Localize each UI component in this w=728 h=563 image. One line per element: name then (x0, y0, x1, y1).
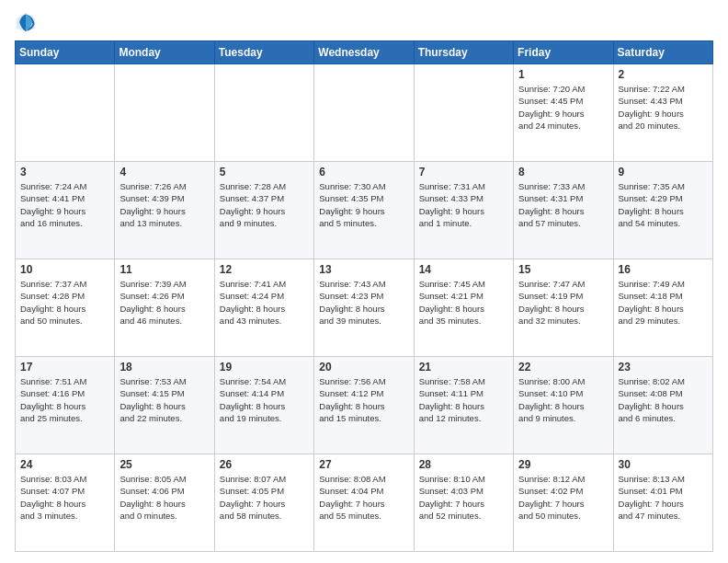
calendar-cell: 16Sunrise: 7:49 AM Sunset: 4:18 PM Dayli… (613, 259, 712, 357)
day-info: Sunrise: 7:58 AM Sunset: 4:11 PM Dayligh… (419, 375, 508, 424)
logo-icon (15, 11, 37, 33)
calendar-header-tuesday: Tuesday (214, 41, 313, 64)
day-info: Sunrise: 7:47 AM Sunset: 4:19 PM Dayligh… (518, 278, 608, 327)
calendar-cell: 9Sunrise: 7:35 AM Sunset: 4:29 PM Daylig… (613, 162, 712, 259)
day-info: Sunrise: 7:41 AM Sunset: 4:24 PM Dayligh… (220, 278, 309, 327)
day-number: 20 (319, 361, 408, 373)
day-info: Sunrise: 7:20 AM Sunset: 4:45 PM Dayligh… (518, 83, 608, 132)
day-info: Sunrise: 8:02 AM Sunset: 4:08 PM Dayligh… (619, 375, 708, 424)
day-number: 10 (20, 263, 109, 276)
calendar-cell: 20Sunrise: 7:56 AM Sunset: 4:12 PM Dayli… (314, 357, 414, 454)
day-info: Sunrise: 7:37 AM Sunset: 4:28 PM Dayligh… (20, 278, 109, 327)
calendar-cell (16, 64, 115, 162)
calendar-cell: 2Sunrise: 7:22 AM Sunset: 4:43 PM Daylig… (613, 64, 712, 162)
day-number: 19 (220, 361, 309, 373)
day-number: 16 (619, 263, 708, 276)
calendar-cell: 14Sunrise: 7:45 AM Sunset: 4:21 PM Dayli… (414, 259, 513, 357)
calendar-cell (314, 64, 414, 162)
day-number: 27 (319, 458, 408, 471)
calendar-week-3: 17Sunrise: 7:51 AM Sunset: 4:16 PM Dayli… (16, 357, 713, 454)
day-info: Sunrise: 7:22 AM Sunset: 4:43 PM Dayligh… (619, 83, 708, 132)
calendar-cell: 21Sunrise: 7:58 AM Sunset: 4:11 PM Dayli… (414, 357, 513, 454)
day-info: Sunrise: 7:28 AM Sunset: 4:37 PM Dayligh… (220, 180, 309, 229)
calendar-week-1: 3Sunrise: 7:24 AM Sunset: 4:41 PM Daylig… (16, 162, 713, 259)
day-number: 30 (619, 458, 708, 471)
calendar-cell: 6Sunrise: 7:30 AM Sunset: 4:35 PM Daylig… (314, 162, 414, 259)
calendar-cell: 4Sunrise: 7:26 AM Sunset: 4:39 PM Daylig… (115, 162, 214, 259)
calendar-cell: 27Sunrise: 8:08 AM Sunset: 4:04 PM Dayli… (314, 454, 414, 552)
calendar-cell: 15Sunrise: 7:47 AM Sunset: 4:19 PM Dayli… (514, 259, 613, 357)
day-info: Sunrise: 8:12 AM Sunset: 4:02 PM Dayligh… (518, 473, 608, 522)
calendar-cell: 12Sunrise: 7:41 AM Sunset: 4:24 PM Dayli… (214, 259, 313, 357)
day-info: Sunrise: 8:10 AM Sunset: 4:03 PM Dayligh… (419, 473, 508, 522)
calendar-cell: 5Sunrise: 7:28 AM Sunset: 4:37 PM Daylig… (214, 162, 313, 259)
day-number: 6 (319, 166, 408, 178)
day-info: Sunrise: 7:54 AM Sunset: 4:14 PM Dayligh… (220, 375, 309, 424)
day-info: Sunrise: 8:03 AM Sunset: 4:07 PM Dayligh… (20, 473, 109, 522)
day-number: 9 (619, 166, 708, 178)
day-number: 4 (119, 166, 209, 178)
day-number: 24 (20, 458, 109, 471)
day-number: 12 (220, 263, 309, 276)
header (15, 11, 713, 33)
day-info: Sunrise: 7:31 AM Sunset: 4:33 PM Dayligh… (419, 180, 508, 229)
day-number: 26 (220, 458, 309, 471)
calendar-header-monday: Monday (115, 41, 214, 64)
day-number: 2 (619, 68, 708, 81)
day-info: Sunrise: 7:51 AM Sunset: 4:16 PM Dayligh… (20, 375, 109, 424)
calendar-cell (214, 64, 313, 162)
day-info: Sunrise: 8:00 AM Sunset: 4:10 PM Dayligh… (518, 375, 608, 424)
day-info: Sunrise: 8:08 AM Sunset: 4:04 PM Dayligh… (319, 473, 408, 522)
calendar-cell: 17Sunrise: 7:51 AM Sunset: 4:16 PM Dayli… (16, 357, 115, 454)
calendar-cell: 13Sunrise: 7:43 AM Sunset: 4:23 PM Dayli… (314, 259, 414, 357)
day-number: 11 (119, 263, 209, 276)
day-info: Sunrise: 7:53 AM Sunset: 4:15 PM Dayligh… (119, 375, 209, 424)
day-info: Sunrise: 7:33 AM Sunset: 4:31 PM Dayligh… (518, 180, 608, 229)
calendar-cell: 22Sunrise: 8:00 AM Sunset: 4:10 PM Dayli… (514, 357, 613, 454)
calendar-cell: 1Sunrise: 7:20 AM Sunset: 4:45 PM Daylig… (514, 64, 613, 162)
day-number: 22 (518, 361, 608, 373)
calendar-cell: 29Sunrise: 8:12 AM Sunset: 4:02 PM Dayli… (514, 454, 613, 552)
day-number: 8 (518, 166, 608, 178)
day-info: Sunrise: 7:45 AM Sunset: 4:21 PM Dayligh… (419, 278, 508, 327)
calendar-cell: 23Sunrise: 8:02 AM Sunset: 4:08 PM Dayli… (613, 357, 712, 454)
day-info: Sunrise: 7:43 AM Sunset: 4:23 PM Dayligh… (319, 278, 408, 327)
day-info: Sunrise: 7:56 AM Sunset: 4:12 PM Dayligh… (319, 375, 408, 424)
calendar-header-thursday: Thursday (414, 41, 513, 64)
calendar-cell: 18Sunrise: 7:53 AM Sunset: 4:15 PM Dayli… (115, 357, 214, 454)
calendar-cell: 11Sunrise: 7:39 AM Sunset: 4:26 PM Dayli… (115, 259, 214, 357)
calendar-cell: 19Sunrise: 7:54 AM Sunset: 4:14 PM Dayli… (214, 357, 313, 454)
calendar-week-4: 24Sunrise: 8:03 AM Sunset: 4:07 PM Dayli… (16, 454, 713, 552)
logo (15, 11, 40, 33)
calendar-header-sunday: Sunday (16, 41, 115, 64)
day-info: Sunrise: 7:26 AM Sunset: 4:39 PM Dayligh… (119, 180, 209, 229)
day-number: 18 (119, 361, 209, 373)
day-number: 3 (20, 166, 109, 178)
day-number: 29 (518, 458, 608, 471)
calendar-cell: 8Sunrise: 7:33 AM Sunset: 4:31 PM Daylig… (514, 162, 613, 259)
day-number: 23 (619, 361, 708, 373)
day-number: 1 (518, 68, 608, 81)
calendar-header-wednesday: Wednesday (314, 41, 414, 64)
calendar-cell (414, 64, 513, 162)
calendar-header-saturday: Saturday (613, 41, 712, 64)
day-info: Sunrise: 8:07 AM Sunset: 4:05 PM Dayligh… (220, 473, 309, 522)
day-info: Sunrise: 7:49 AM Sunset: 4:18 PM Dayligh… (619, 278, 708, 327)
day-info: Sunrise: 7:39 AM Sunset: 4:26 PM Dayligh… (119, 278, 209, 327)
day-info: Sunrise: 8:13 AM Sunset: 4:01 PM Dayligh… (619, 473, 708, 522)
day-number: 13 (319, 263, 408, 276)
calendar-table: SundayMondayTuesdayWednesdayThursdayFrid… (15, 40, 713, 552)
calendar-cell: 28Sunrise: 8:10 AM Sunset: 4:03 PM Dayli… (414, 454, 513, 552)
day-number: 28 (419, 458, 508, 471)
calendar-cell: 24Sunrise: 8:03 AM Sunset: 4:07 PM Dayli… (16, 454, 115, 552)
day-number: 17 (20, 361, 109, 373)
day-info: Sunrise: 7:24 AM Sunset: 4:41 PM Dayligh… (20, 180, 109, 229)
day-info: Sunrise: 8:05 AM Sunset: 4:06 PM Dayligh… (119, 473, 209, 522)
day-number: 25 (119, 458, 209, 471)
calendar-cell: 10Sunrise: 7:37 AM Sunset: 4:28 PM Dayli… (16, 259, 115, 357)
calendar-cell (115, 64, 214, 162)
day-info: Sunrise: 7:35 AM Sunset: 4:29 PM Dayligh… (619, 180, 708, 229)
calendar-cell: 3Sunrise: 7:24 AM Sunset: 4:41 PM Daylig… (16, 162, 115, 259)
calendar-header-row: SundayMondayTuesdayWednesdayThursdayFrid… (16, 41, 713, 64)
day-number: 5 (220, 166, 309, 178)
